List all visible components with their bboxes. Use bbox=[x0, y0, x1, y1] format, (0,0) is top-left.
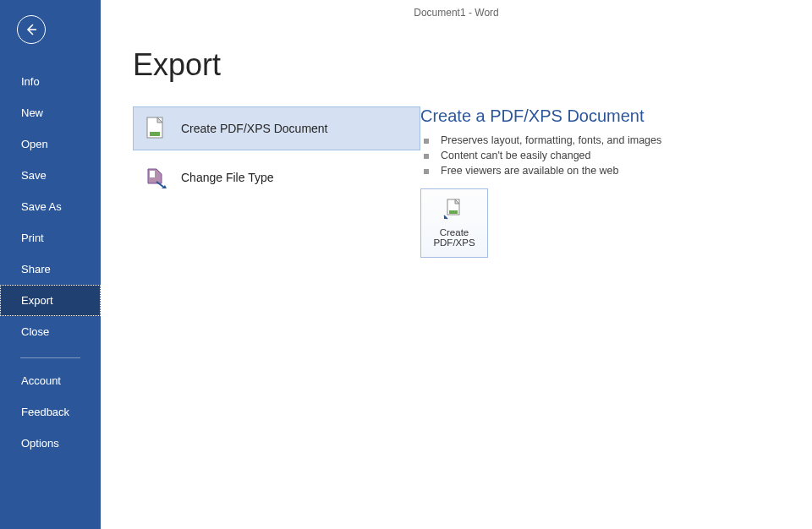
svg-rect-3 bbox=[150, 132, 160, 136]
sidebar-item-label: Print bbox=[21, 232, 44, 244]
detail-bullet: Content can't be easily changed bbox=[420, 150, 661, 161]
sidebar-item-label: Share bbox=[21, 263, 51, 275]
sidebar-item-label: Save As bbox=[21, 200, 62, 213]
sidebar-item-close[interactable]: Close bbox=[0, 316, 101, 347]
arrow-left-icon bbox=[24, 22, 39, 37]
export-option-label: Change File Type bbox=[181, 171, 273, 184]
pdf-document-icon bbox=[142, 115, 169, 142]
main-area: Document1 - Word Export Create PDF/XPS D… bbox=[101, 0, 812, 529]
sidebar-item-label: Export bbox=[21, 294, 53, 307]
export-detail-pane: Create a PDF/XPS Document Preserves layo… bbox=[420, 106, 661, 258]
sidebar-item-export[interactable]: Export bbox=[0, 285, 101, 316]
sidebar-item-label: Save bbox=[21, 169, 47, 182]
bullet-icon bbox=[424, 139, 429, 144]
export-option-create-pdf-xps[interactable]: Create PDF/XPS Document bbox=[133, 106, 420, 150]
backstage-sidebar: Info New Open Save Save As Print Share E… bbox=[0, 0, 101, 529]
create-pdf-xps-button[interactable]: Create PDF/XPS bbox=[420, 188, 488, 258]
sidebar-item-label: Options bbox=[21, 437, 59, 450]
sidebar-item-new[interactable]: New bbox=[0, 97, 101, 128]
sidebar-item-share[interactable]: Share bbox=[0, 254, 101, 285]
bullet-text: Free viewers are available on the web bbox=[441, 165, 619, 177]
page-title: Export bbox=[133, 47, 812, 83]
sidebar-item-label: Feedback bbox=[21, 406, 69, 418]
sidebar-item-save[interactable]: Save bbox=[0, 160, 101, 191]
change-file-type-icon bbox=[142, 164, 169, 191]
bullet-icon bbox=[424, 169, 429, 174]
sidebar-divider bbox=[20, 357, 80, 358]
sidebar-item-label: Info bbox=[21, 75, 40, 88]
export-option-label: Create PDF/XPS Document bbox=[181, 122, 328, 135]
export-options-list: Create PDF/XPS Document Change File Type bbox=[133, 106, 420, 258]
pdf-export-icon bbox=[442, 199, 466, 222]
sidebar-item-account[interactable]: Account bbox=[0, 365, 101, 396]
sidebar-item-feedback[interactable]: Feedback bbox=[0, 396, 101, 428]
back-button[interactable] bbox=[17, 15, 46, 44]
bullet-text: Content can't be easily changed bbox=[441, 150, 591, 161]
detail-bullet: Preserves layout, formatting, fonts, and… bbox=[420, 134, 661, 146]
sidebar-item-label: New bbox=[21, 106, 43, 119]
window-title: Document1 - Word bbox=[101, 0, 812, 19]
detail-bullet: Free viewers are available on the web bbox=[420, 165, 661, 177]
button-label-line2: PDF/XPS bbox=[433, 237, 475, 248]
detail-heading: Create a PDF/XPS Document bbox=[420, 106, 661, 126]
svg-rect-8 bbox=[449, 210, 458, 214]
sidebar-item-label: Close bbox=[21, 325, 49, 338]
sidebar-item-save-as[interactable]: Save As bbox=[0, 191, 101, 222]
sidebar-item-print[interactable]: Print bbox=[0, 222, 101, 254]
sidebar-item-open[interactable]: Open bbox=[0, 128, 101, 160]
sidebar-item-options[interactable]: Options bbox=[0, 428, 101, 459]
sidebar-item-info[interactable]: Info bbox=[0, 66, 101, 97]
button-label-line1: Create bbox=[440, 227, 469, 237]
bullet-text: Preserves layout, formatting, fonts, and… bbox=[441, 134, 661, 146]
svg-rect-4 bbox=[150, 171, 155, 177]
sidebar-item-label: Account bbox=[21, 374, 61, 387]
sidebar-item-label: Open bbox=[21, 138, 48, 150]
export-option-change-file-type[interactable]: Change File Type bbox=[133, 155, 420, 199]
bullet-icon bbox=[424, 154, 429, 159]
